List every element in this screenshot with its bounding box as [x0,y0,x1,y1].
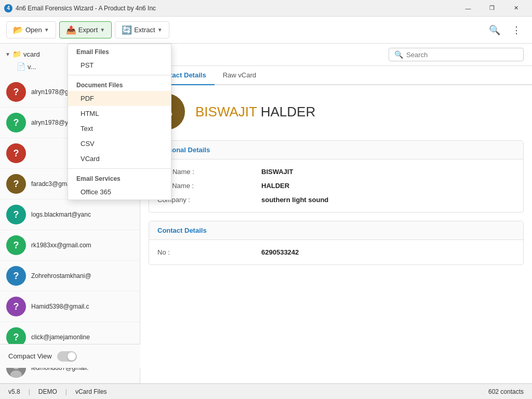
right-header: vcard 🔍 [140,44,532,66]
avatar: ? [6,82,26,102]
menu-divider-1 [68,75,171,75]
personal-details-title: Personal Details [149,141,523,159]
open-button[interactable]: 📂 Open ▼ [6,21,56,38]
contact-first-name: BISWAJIT [195,104,257,119]
contact-email: Zohrehrostamkhani@ [31,272,91,280]
company-row: Company : southern light sound [149,193,523,207]
tree-label-vcard: vcard [23,50,40,58]
email-files-header: Email Files [68,44,171,58]
toolbar-menu-icon[interactable]: ⋮ [507,21,526,39]
list-item[interactable]: ? Zohrehrostamkhani@ [0,261,140,291]
contact-email: logs.blackmart@yanc [31,211,91,218]
avatar: ? [6,174,26,194]
first-name-value: BISWAJIT [261,168,293,176]
search-icon: 🔍 [394,50,403,59]
html-menu-item[interactable]: HTML [68,106,171,121]
tree-folder-icon: 📁 [12,50,21,58]
no-row: No : 6290533242 [149,245,523,259]
compact-view-label: Compact View [8,352,52,360]
right-panel: vcard 🔍 Contact Details Raw vCard B BISW… [140,44,532,383]
contact-name: BISWAJIT HALDER [195,104,315,120]
menu-divider-2 [68,168,171,169]
avatar: ? [6,205,26,224]
tab-raw-vcard[interactable]: Raw vCard [215,66,264,85]
avatar: ? [6,143,26,163]
document-files-header: Document Files [68,77,171,91]
export-button[interactable]: 📤 Export ▼ [59,21,112,38]
toolbar: 📂 Open ▼ 📤 Export ▼ 🔄 Extract ▼ 🔍 ⋮ Emai… [0,17,532,44]
open-label: Open [25,26,42,34]
text-menu-item[interactable]: Text [68,121,171,136]
extract-label: Extract [134,26,155,34]
last-name-value: HALDER [261,182,289,190]
extract-dropdown-arrow: ▼ [157,27,163,33]
toolbar-search-icon[interactable]: 🔍 [485,21,504,39]
tree-arrow-vcard: ▼ [5,51,10,57]
email-services-header: Email Services [68,171,171,184]
open-dropdown-arrow: ▼ [44,27,49,33]
minimize-button[interactable]: — [456,0,480,17]
search-box[interactable]: 🔍 [389,48,524,61]
export-icon: 📤 [66,25,76,35]
version-label: v5.8 [8,388,20,395]
csv-menu-item[interactable]: CSV [68,136,171,151]
list-item[interactable]: ? rk1983xx@gmail.com [0,230,140,261]
app-icon: 4 [4,4,12,12]
extract-button[interactable]: 🔄 Extract ▼ [115,21,169,38]
toggle-knob [68,352,76,361]
contact-header: B BISWAJIT HALDER [149,94,524,130]
pst-menu-item[interactable]: PST [68,58,171,73]
compact-view-area: Compact View [0,344,140,368]
file-label: vCard Files [75,388,107,395]
contact-details-body: No : 6290533242 [149,240,523,264]
personal-details-body: First Name : BISWAJIT Last Name : HALDER… [149,159,523,212]
contact-email: click@jamejamonline [31,334,90,341]
avatar: ? [6,297,26,316]
restore-button[interactable]: ❒ [480,0,504,17]
no-label: No : [157,248,261,256]
office365-menu-item[interactable]: Office 365 [68,184,171,200]
folder-icon: 📂 [13,25,23,35]
detail-content: B BISWAJIT HALDER Personal Details First… [140,85,532,383]
contacts-count: 602 contacts [488,388,524,395]
tree-label-v: v... [28,63,36,71]
contact-details-card: Contact Details No : 6290533242 [149,221,524,265]
pdf-menu-item[interactable]: PDF [68,91,171,106]
search-input[interactable] [406,51,518,59]
contact-email: Hamid5398@gmail.c [31,303,89,310]
contact-email: rk1983xx@gmail.com [31,242,91,249]
first-name-label: First Name : [157,168,261,176]
window-title: 4n6 Email Forensics Wizard - A Product b… [16,5,456,12]
avatar: ? [6,113,26,132]
company-value: southern light sound [261,196,328,204]
list-item[interactable]: ? Hamid5398@gmail.c [0,291,140,322]
personal-details-card: Personal Details First Name : BISWAJIT L… [149,140,524,212]
mode-label: DEMO [38,388,57,395]
tree-file-icon: 📄 [17,62,25,71]
close-button[interactable]: ✕ [504,0,528,17]
list-item[interactable]: ? logs.blackmart@yanc [0,200,140,230]
avatar: ? [6,235,26,255]
last-name-label: Last Name : [157,182,261,190]
title-bar: 4 4n6 Email Forensics Wizard - A Product… [0,0,532,17]
no-value: 6290533242 [261,248,299,256]
extract-icon: 🔄 [122,25,132,35]
contact-details-title: Contact Details [149,221,523,240]
first-name-row: First Name : BISWAJIT [149,165,523,179]
window-controls: — ❒ ✕ [456,0,528,17]
last-name-row: Last Name : HALDER [149,179,523,193]
status-bar: v5.8 | DEMO | vCard Files 602 contacts [0,383,532,399]
tabs: Contact Details Raw vCard [140,66,532,85]
export-dropdown-menu: Email Files PST Document Files PDF HTML … [68,44,171,200]
export-label: Export [78,26,98,34]
avatar: ? [6,266,26,286]
export-dropdown-arrow: ▼ [100,27,105,33]
compact-view-toggle[interactable] [57,351,77,362]
vcard-menu-item[interactable]: VCard [68,151,171,166]
company-label: Company : [157,196,261,204]
contact-last-name: HALDER [261,104,315,119]
